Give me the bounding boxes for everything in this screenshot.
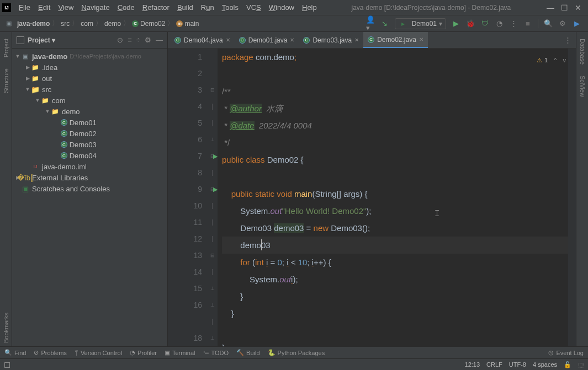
code-editor[interactable]: ⚠1 ^ v package com.demo; /** * @author 水…: [218, 49, 576, 346]
warning-indicator[interactable]: ⚠1 ^ v: [537, 52, 566, 69]
status-readonly-icon[interactable]: 🔓: [564, 361, 571, 368]
gutter-line: 9▶: [168, 181, 208, 197]
stop-icon[interactable]: ■: [523, 19, 532, 28]
tabs-menu-icon[interactable]: ⋮: [560, 32, 576, 48]
maximize-icon[interactable]: ☐: [561, 3, 568, 12]
tw-python[interactable]: 🐍 Python Packages: [268, 349, 325, 356]
tree-demo04[interactable]: C Demo04: [12, 150, 167, 161]
tw-find[interactable]: 🔍 Find: [4, 349, 26, 356]
more-actions-icon[interactable]: ⋮: [509, 19, 518, 28]
bc-class[interactable]: CDemo02: [132, 20, 165, 28]
tab-demo04[interactable]: CDemo04.java✕: [170, 32, 235, 48]
tw-vcs[interactable]: ᛘ Version Control: [75, 350, 122, 356]
menu-edit[interactable]: Edit: [35, 2, 54, 13]
tree-demo[interactable]: ▼📁demo: [12, 106, 167, 117]
menu-file[interactable]: File: [15, 2, 34, 13]
bc-src[interactable]: src: [61, 20, 70, 28]
tree-com[interactable]: ▼📁com: [12, 95, 167, 106]
close-tab-icon[interactable]: ✕: [419, 36, 423, 42]
rail-structure[interactable]: Structure: [3, 65, 9, 96]
status-tool-icon[interactable]: [4, 362, 10, 368]
tw-build[interactable]: 🔨 Build: [236, 349, 259, 356]
run-line-icon[interactable]: ▶: [213, 153, 218, 160]
menu-tools[interactable]: Tools: [219, 2, 242, 13]
select-opened-icon[interactable]: ⊙: [117, 36, 123, 44]
tree-root[interactable]: ▼▣java-demoD:\IdeaProjects\java-demo: [12, 51, 167, 62]
hide-sidebar-icon[interactable]: —: [156, 36, 163, 44]
tab-demo03[interactable]: CDemo03.java✕: [299, 32, 363, 48]
menu-refactor[interactable]: Refactor: [139, 2, 173, 13]
tree-out[interactable]: ▶📁out: [12, 73, 167, 84]
collapse-all-icon[interactable]: ÷: [136, 36, 140, 44]
close-icon[interactable]: ✕: [575, 3, 581, 12]
bc-demo[interactable]: demo: [104, 20, 121, 28]
tw-problems[interactable]: ⊘ Problems: [34, 349, 66, 356]
tree-scratches[interactable]: ▣Scratches and Consoles: [12, 183, 167, 194]
tree-demo02[interactable]: C Demo02: [12, 128, 167, 139]
menu-run[interactable]: Run: [198, 2, 218, 13]
search-icon[interactable]: 🔍: [544, 19, 553, 28]
tree-src[interactable]: ▼📁src: [12, 84, 167, 95]
run-config-selector[interactable]: ▸Demo01 ▾: [395, 18, 446, 29]
run-icon[interactable]: ▶: [452, 19, 460, 28]
rail-database[interactable]: Database: [579, 35, 586, 68]
status-encoding[interactable]: UTF-8: [509, 361, 526, 368]
close-tab-icon[interactable]: ✕: [226, 37, 230, 43]
tree-iml[interactable]: IJjava-demo.iml: [12, 161, 167, 172]
run-line-icon[interactable]: ▶: [213, 186, 218, 193]
profile-icon[interactable]: ◔: [495, 19, 504, 28]
status-line-sep[interactable]: CRLF: [486, 361, 502, 368]
menu-vcs[interactable]: VCS: [243, 2, 264, 13]
rail-project[interactable]: Project: [3, 35, 9, 61]
tree-demo03[interactable]: C Demo03: [12, 139, 167, 150]
menu-help[interactable]: Help: [299, 2, 320, 13]
plugins-icon[interactable]: ▶: [573, 19, 581, 28]
main-menu-bar: File Edit View Navigate Code Refactor Bu…: [15, 2, 320, 13]
tab-demo01[interactable]: CDemo01.java✕: [235, 32, 299, 48]
fold-column[interactable]: ⊟││⊥ ⊟│ ⊟│││ ⊟│⊥⊥│⊥: [208, 49, 218, 346]
gutter-line: 14: [168, 264, 208, 280]
close-tab-icon[interactable]: ✕: [290, 37, 294, 43]
tw-todo[interactable]: ≔ TODO: [203, 349, 229, 356]
window-controls: — ☐ ✕: [542, 3, 586, 12]
gutter-line: 6: [168, 131, 208, 148]
tree-ext-libs[interactable]: ▶�ībǁExternal Libraries: [12, 172, 167, 183]
status-memory-icon[interactable]: ⬚: [578, 361, 584, 368]
sidebar-settings-icon[interactable]: ⚙: [145, 36, 151, 44]
run-toolbar: 👤▾ ↘ ▸Demo01 ▾ ▶ 🐞 🛡 ◔ ⋮ ■ 🔍 ⚙ ▶: [366, 18, 584, 29]
sidebar-header: Project ▾ ⊙ ≡ ÷ ⚙ —: [12, 32, 167, 49]
gutter-line: 3: [168, 82, 208, 98]
gutter-line: 10: [168, 197, 208, 214]
build-icon[interactable]: ↘: [380, 19, 389, 28]
bc-project[interactable]: ▣java-demo: [4, 19, 50, 28]
rail-bookmarks[interactable]: Bookmarks: [3, 309, 9, 346]
bc-com[interactable]: com: [81, 20, 93, 28]
coverage-icon[interactable]: 🛡: [480, 19, 489, 28]
tw-terminal[interactable]: ▣ Terminal: [165, 349, 195, 356]
tree-idea[interactable]: ▶📁.idea: [12, 62, 167, 73]
close-tab-icon[interactable]: ✕: [354, 37, 359, 43]
bc-method[interactable]: mmain: [176, 20, 199, 28]
error-stripe[interactable]: [568, 49, 576, 346]
settings-icon[interactable]: ⚙: [558, 19, 567, 28]
tab-demo02[interactable]: CDemo02.java✕: [363, 32, 428, 48]
line-gutter[interactable]: 1 2 3 4 5 6 7▶ 8 9▶ 10 11 12 13 14 15 16…: [168, 49, 208, 346]
tw-eventlog[interactable]: ◷ Event Log: [548, 349, 584, 356]
tree-demo01[interactable]: C Demo01: [12, 117, 167, 128]
expand-all-icon[interactable]: ≡: [128, 36, 132, 44]
menu-build[interactable]: Build: [174, 2, 197, 13]
menu-window[interactable]: Window: [266, 2, 298, 13]
debug-icon[interactable]: 🐞: [466, 19, 475, 28]
menu-code[interactable]: Code: [114, 2, 138, 13]
minimize-icon[interactable]: —: [547, 3, 554, 12]
project-tree[interactable]: ▼▣java-demoD:\IdeaProjects\java-demo ▶📁.…: [12, 49, 167, 346]
gutter-line: 11: [168, 214, 208, 230]
add-user-icon[interactable]: 👤▾: [366, 19, 375, 28]
status-cursor-pos[interactable]: 12:13: [465, 361, 480, 368]
rail-sciview[interactable]: SciView: [579, 72, 586, 100]
status-indent[interactable]: 4 spaces: [533, 361, 557, 368]
tw-profiler[interactable]: ◔ Profiler: [130, 349, 157, 356]
sidebar-title[interactable]: Project ▾: [28, 36, 114, 44]
menu-view[interactable]: View: [55, 2, 77, 13]
menu-navigate[interactable]: Navigate: [78, 2, 113, 13]
